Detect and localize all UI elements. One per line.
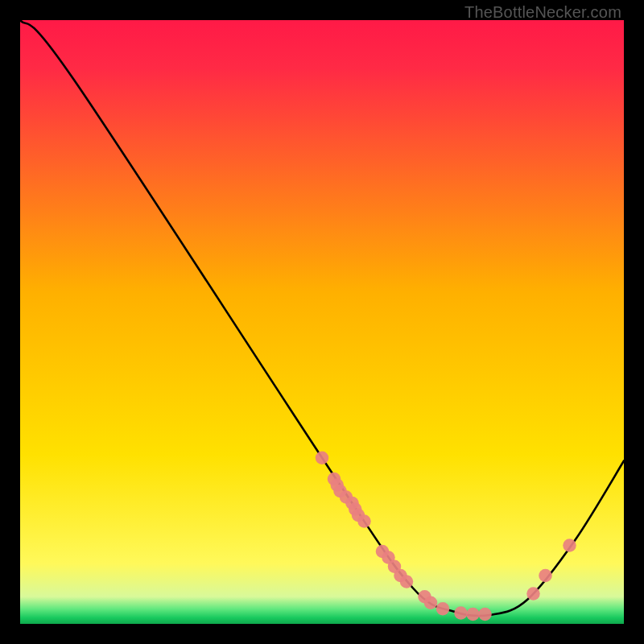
chart-svg (20, 20, 624, 624)
gradient-background (20, 20, 624, 624)
attribution-text: TheBottleNecker.com (464, 3, 621, 22)
scatter-dot (539, 569, 552, 583)
scatter-dot (400, 575, 414, 588)
plot-area (20, 20, 624, 624)
chart-container: TheBottleNecker.com (0, 0, 644, 644)
scatter-dot (316, 452, 329, 465)
scatter-dot (478, 608, 492, 621)
scatter-dot (526, 587, 540, 601)
scatter-dot (466, 608, 480, 621)
scatter-dot (357, 514, 371, 528)
scatter-dot (563, 539, 576, 552)
scatter-dot (424, 597, 438, 610)
scatter-dot (436, 602, 450, 616)
scatter-dot (454, 606, 468, 619)
